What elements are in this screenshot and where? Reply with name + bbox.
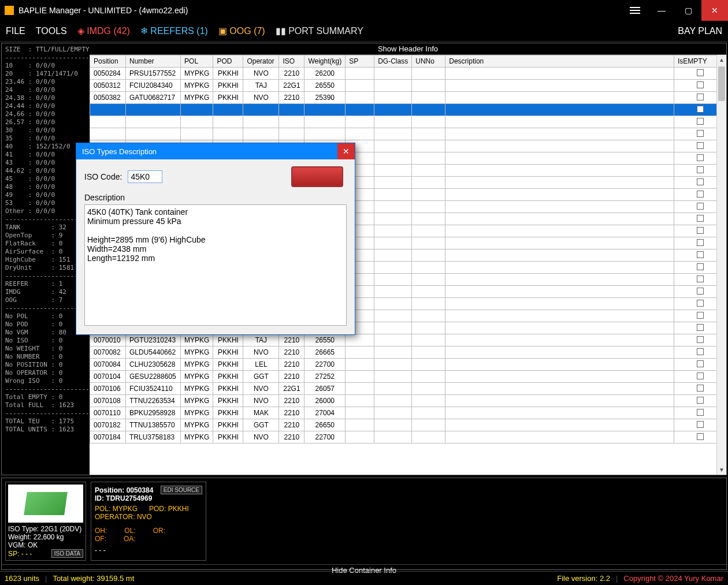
column-header[interactable]: POD (213, 55, 243, 68)
empty-checkbox[interactable] (697, 227, 704, 234)
scrollbar-vertical[interactable]: ▲ ▼ (716, 55, 726, 475)
table-row[interactable] (90, 116, 726, 128)
iso-data-button[interactable]: ISO DATA (51, 549, 83, 558)
empty-checkbox[interactable] (697, 288, 704, 295)
empty-checkbox[interactable] (697, 118, 704, 125)
show-header-info[interactable]: Show Header Info (90, 43, 726, 55)
menu-file[interactable]: FILE (6, 26, 25, 36)
id-text: ID: TDRU2754969 (95, 494, 152, 502)
dialog-titlebar[interactable]: ISO Types Description ✕ (76, 143, 355, 159)
ol-text: OL: (124, 527, 135, 535)
dots-text: - - - (95, 546, 202, 554)
container-image (291, 166, 343, 187)
empty-checkbox[interactable] (697, 69, 704, 76)
menu-bay-plan[interactable]: BAY PLAN (678, 26, 722, 36)
close-button[interactable]: ✕ (701, 0, 728, 21)
column-header[interactable]: SP (346, 55, 374, 68)
column-header[interactable]: Weight(kg) (304, 55, 346, 68)
menu-imdg[interactable]: ◈ IMDG (42) (77, 25, 130, 36)
table-row[interactable]: 0070010PGTU2310243MYPKGPKKHITAJ221026550 (90, 334, 726, 346)
empty-checkbox[interactable] (697, 154, 704, 161)
empty-checkbox[interactable] (697, 409, 704, 416)
menu-tools[interactable]: TOOLS (36, 26, 67, 36)
edi-source-button[interactable]: EDI SOURCE (161, 486, 202, 494)
empty-checkbox[interactable] (697, 300, 704, 307)
empty-checkbox[interactable] (697, 166, 704, 173)
table-row[interactable]: 0050312FCIU2084340MYPKGPKKHITAJ22G126550 (90, 80, 726, 92)
weight-text: Weight: 22,600 kg (8, 533, 83, 541)
empty-checkbox[interactable] (697, 385, 704, 392)
table-row[interactable]: 0070184TRLU3758183MYPKGPKKHINVO221022700 (90, 431, 726, 444)
table-row[interactable]: 0050284PRSU1577552MYPKGPKKHINVO221026200 (90, 68, 726, 80)
maximize-button[interactable]: ▢ (675, 0, 701, 21)
empty-checkbox[interactable] (697, 421, 704, 428)
table-row[interactable]: 0070084CLHU2305628MYPKGPKKHILEL221022700 (90, 359, 726, 371)
column-header[interactable]: Description (445, 55, 674, 68)
vgm-text: VGM: OK (8, 541, 83, 549)
empty-checkbox[interactable] (697, 275, 704, 282)
menu-oog[interactable]: ▣ OOG (7) (218, 25, 265, 36)
empty-checkbox[interactable] (697, 94, 704, 100)
empty-checkbox[interactable] (697, 336, 704, 343)
menu-port-summary[interactable]: ▮▮ PORT SUMMARY (276, 25, 363, 36)
menubar: FILE TOOLS ◈ IMDG (42) ❄ REEFERS (1) ▣ O… (0, 21, 728, 42)
column-header[interactable]: Number (126, 55, 181, 68)
oa-text: OA: (124, 535, 136, 543)
status-units: 1623 units (5, 574, 39, 583)
column-header[interactable]: Operator (243, 55, 279, 68)
iso-types-dialog: ISO Types Description ✕ ISO Code: Descri… (76, 143, 355, 335)
iso-code-input[interactable] (128, 170, 162, 183)
status-copyright: Copyright © 2024 Yury Komar (623, 574, 723, 583)
minimize-button[interactable]: — (648, 0, 675, 21)
empty-checkbox[interactable] (697, 372, 704, 379)
empty-checkbox[interactable] (697, 130, 704, 137)
of-text: OF: (95, 535, 106, 543)
table-row[interactable]: 0070106FCIU3524110MYPKGPKKHINVO22G126057 (90, 383, 726, 395)
scroll-down-arrow[interactable]: ▼ (717, 465, 726, 475)
table-row[interactable]: 0050382GATU0682717MYPKGPKKHINVO221025390 (90, 92, 726, 104)
container-thumbnail (8, 485, 83, 523)
status-weight: Total weight: 39159.5 mt (53, 574, 134, 583)
status-file-version: File version: 2.2 (557, 574, 610, 583)
empty-checkbox[interactable] (697, 263, 704, 270)
empty-checkbox[interactable] (697, 348, 704, 355)
container-thumbnail-panel: ISO Type: 22G1 (20DV) Weight: 22,600 kg … (5, 482, 86, 561)
table-row[interactable]: 0070104GESU2288605MYPKGPKKHIGGT221027252 (90, 371, 726, 383)
table-row[interactable] (90, 128, 726, 140)
column-header[interactable]: DG-Class (374, 55, 412, 68)
empty-checkbox[interactable] (697, 239, 704, 246)
empty-checkbox[interactable] (697, 433, 704, 440)
iso-type-text: ISO Type: 22G1 (20DV) (8, 525, 83, 533)
table-row[interactable]: 0070108TTNU2263534MYPKGPKKHINVO221026000 (90, 395, 726, 407)
empty-checkbox[interactable] (697, 106, 704, 113)
empty-checkbox[interactable] (697, 215, 704, 222)
dialog-close-button[interactable]: ✕ (337, 143, 355, 159)
scroll-thumb[interactable] (718, 66, 725, 101)
empty-checkbox[interactable] (697, 191, 704, 198)
table-row[interactable]: 0070082GLDU5440662MYPKGPKKHINVO221026665 (90, 346, 726, 359)
empty-checkbox[interactable] (697, 360, 704, 367)
container-detail-panel: Position: 0050384 EDI SOURCE ID: TDRU275… (91, 482, 206, 561)
column-header[interactable]: POL (181, 55, 213, 68)
column-header[interactable]: Position (90, 55, 126, 68)
empty-checkbox[interactable] (697, 81, 704, 88)
empty-checkbox[interactable] (697, 312, 704, 319)
empty-checkbox[interactable] (697, 203, 704, 210)
table-row[interactable] (90, 104, 726, 116)
empty-checkbox[interactable] (697, 178, 704, 185)
column-header[interactable]: UNNo (412, 55, 445, 68)
oh-text: OH: (95, 527, 107, 535)
empty-checkbox[interactable] (697, 251, 704, 258)
empty-checkbox[interactable] (697, 397, 704, 404)
table-row[interactable]: 0070110BPKU2958928MYPKGPKKHIMAK221027004 (90, 407, 726, 419)
column-header[interactable]: ISO (279, 55, 304, 68)
app-icon (5, 6, 14, 15)
empty-checkbox[interactable] (697, 142, 704, 149)
hamburger-button[interactable] (622, 0, 648, 21)
scroll-up-arrow[interactable]: ▲ (717, 55, 726, 65)
description-textarea[interactable] (84, 204, 347, 326)
empty-checkbox[interactable] (697, 324, 704, 331)
statusbar: 1623 units | Total weight: 39159.5 mt Fi… (0, 571, 728, 585)
menu-reefers[interactable]: ❄ REEFERS (1) (140, 25, 208, 36)
table-row[interactable]: 0070182TTNU1385570MYPKGPKKHIGGT221026650 (90, 419, 726, 431)
